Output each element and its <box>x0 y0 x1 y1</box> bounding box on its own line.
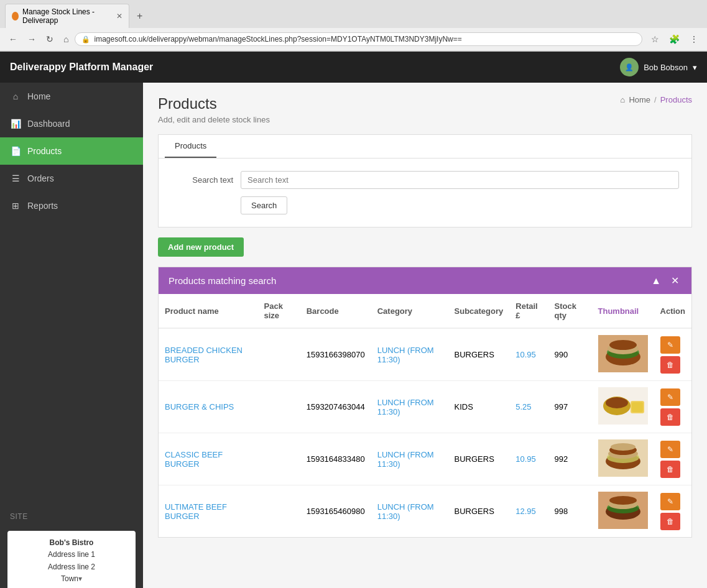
product-name-link[interactable]: ULTIMATE BEEF BURGER <box>165 502 227 521</box>
thumbnail-cell <box>592 328 654 381</box>
products-tbody: BREADED CHICKEN BURGER 1593166398070 LUN… <box>159 328 691 537</box>
sidebar-item-home[interactable]: ⌂ Home <box>0 83 143 110</box>
delete-button[interactable]: 🗑 <box>660 356 680 374</box>
svg-point-4 <box>609 340 637 350</box>
browser-tab[interactable]: Manage Stock Lines - Deliverapp ✕ <box>5 4 129 28</box>
action-buttons: ✎ 🗑 <box>660 336 685 374</box>
delete-button[interactable]: 🗑 <box>660 461 680 478</box>
tab-products[interactable]: Products <box>165 135 216 158</box>
results-panel: Products matching search ▲ ✕ Product nam… <box>158 267 692 538</box>
col-retail-price: Retail £ <box>509 294 548 328</box>
collapse-button[interactable]: ▲ <box>649 275 663 287</box>
edit-button[interactable]: ✎ <box>660 336 680 354</box>
browser-chrome: Manage Stock Lines - Deliverapp ✕ + ← → … <box>0 0 707 52</box>
back-button[interactable]: ← <box>5 32 21 47</box>
breadcrumb-home-icon: ⌂ <box>621 95 626 104</box>
tab-title: Manage Stock Lines - Deliverapp <box>22 7 109 25</box>
thumbnail-cell <box>592 485 654 538</box>
product-name-cell: CLASSIC BEEF BURGER <box>159 433 258 485</box>
delete-button[interactable]: 🗑 <box>660 408 680 426</box>
menu-button[interactable]: ⋮ <box>686 32 702 47</box>
sidebar-item-dashboard[interactable]: 📊 Dashboard <box>0 110 143 137</box>
svg-rect-9 <box>632 402 643 412</box>
subcategory-cell: BURGERS <box>448 433 510 485</box>
col-stock-qty: Stock qty <box>548 294 592 328</box>
search-label: Search text <box>171 175 233 185</box>
delete-button[interactable]: 🗑 <box>660 513 680 530</box>
site-card[interactable]: Bob's Bistro Address line 1 Address line… <box>7 531 136 588</box>
extensions-button[interactable]: 🧩 <box>665 32 683 47</box>
retail-price-cell: 5.25 <box>509 381 548 433</box>
new-tab-button[interactable]: + <box>132 8 147 24</box>
main-layout: ⌂ Home 📊 Dashboard 📄 Products ☰ Orders ⊞ <box>0 83 707 588</box>
search-button-row: Search <box>241 196 679 214</box>
tab-panel: Products Search text Search <box>158 134 692 227</box>
sidebar: ⌂ Home 📊 Dashboard 📄 Products ☰ Orders ⊞ <box>0 83 143 588</box>
close-results-button[interactable]: ✕ <box>668 275 682 287</box>
category-cell: LUNCH (FROM 11:30) <box>371 485 448 538</box>
reports-icon: ⊞ <box>10 201 21 211</box>
table-row: ULTIMATE BEEF BURGER 1593165460980 LUNCH… <box>159 485 691 538</box>
refresh-button[interactable]: ↻ <box>42 32 57 47</box>
search-input[interactable] <box>241 171 679 189</box>
brand: Deliverappy Platform Manager <box>10 62 153 73</box>
bookmark-button[interactable]: ☆ <box>647 32 663 47</box>
stock-qty-cell: 998 <box>548 485 592 538</box>
add-new-product-button[interactable]: Add new product <box>158 237 244 257</box>
tab-close-button[interactable]: ✕ <box>116 12 122 21</box>
breadcrumb-separator: / <box>654 95 657 104</box>
col-pack-size: Pack size <box>258 294 300 328</box>
category-link[interactable]: LUNCH (FROM 11:30) <box>377 398 434 416</box>
sidebar-item-products[interactable]: 📄 Products <box>0 137 143 165</box>
lock-icon: 🔒 <box>81 35 90 44</box>
search-button[interactable]: Search <box>241 196 287 214</box>
category-link[interactable]: LUNCH (FROM 11:30) <box>377 450 434 469</box>
edit-button[interactable]: ✎ <box>660 388 680 406</box>
edit-button[interactable]: ✎ <box>660 493 680 510</box>
pack-size-cell <box>258 381 300 433</box>
home-button[interactable]: ⌂ <box>60 32 72 47</box>
dashboard-icon: 📊 <box>10 119 21 129</box>
product-name-link[interactable]: BURGER & CHIPS <box>165 402 234 411</box>
page-title-section: Products Add, edit and delete stock line… <box>158 95 270 124</box>
retail-price-cell: 12.95 <box>509 485 548 538</box>
site-address-line2: Address line 2 <box>15 561 128 573</box>
action-cell: ✎ 🗑 <box>654 328 691 381</box>
table-row: CLASSIC BEEF BURGER 1593164833480 LUNCH … <box>159 433 691 485</box>
category-link[interactable]: LUNCH (FROM 11:30) <box>377 502 434 521</box>
product-name-link[interactable]: CLASSIC BEEF BURGER <box>165 450 223 469</box>
address-bar[interactable]: 🔒 imagesoft.co.uk/deliverappy/webman/man… <box>75 32 642 46</box>
search-form: Search text Search <box>171 171 679 214</box>
category-link[interactable]: LUNCH (FROM 11:30) <box>377 346 434 364</box>
breadcrumb-home-link[interactable]: Home <box>629 95 650 104</box>
user-menu[interactable]: 👤 Bob Bobson ▾ <box>620 58 697 76</box>
orders-icon: ☰ <box>10 173 21 183</box>
action-buttons: ✎ 🗑 <box>660 493 685 530</box>
col-action: Action <box>654 294 691 328</box>
action-cell: ✎ 🗑 <box>654 433 691 485</box>
edit-button[interactable]: ✎ <box>660 441 680 458</box>
sidebar-label-dashboard: Dashboard <box>27 119 70 129</box>
product-name-link[interactable]: BREADED CHICKEN BURGER <box>165 346 243 364</box>
sidebar-item-orders[interactable]: ☰ Orders <box>0 165 143 192</box>
results-header: Products matching search ▲ ✕ <box>159 267 691 294</box>
browser-nav: ← → ↻ ⌂ 🔒 imagesoft.co.uk/deliverappy/we… <box>0 28 707 51</box>
pack-size-cell <box>258 328 300 381</box>
action-cell: ✎ 🗑 <box>654 381 691 433</box>
brand-name: Deliverappy <box>10 62 67 72</box>
top-navbar: Deliverappy Platform Manager 👤 Bob Bobso… <box>0 52 707 83</box>
add-product-row: Add new product <box>158 237 692 257</box>
category-cell: LUNCH (FROM 11:30) <box>371 433 448 485</box>
tab-favicon <box>12 12 19 21</box>
svg-point-15 <box>611 443 635 451</box>
forward-button[interactable]: → <box>24 32 40 47</box>
barcode-cell: 1593207463044 <box>300 381 371 433</box>
tab-content: Search text Search <box>159 158 691 227</box>
action-buttons: ✎ 🗑 <box>660 388 685 426</box>
col-category: Category <box>371 294 448 328</box>
product-name-cell: BURGER & CHIPS <box>159 381 258 433</box>
brand-suffix: Platform Manager <box>69 62 153 72</box>
sidebar-label-home: Home <box>27 91 50 101</box>
category-cell: LUNCH (FROM 11:30) <box>371 328 448 381</box>
sidebar-item-reports[interactable]: ⊞ Reports <box>0 192 143 219</box>
